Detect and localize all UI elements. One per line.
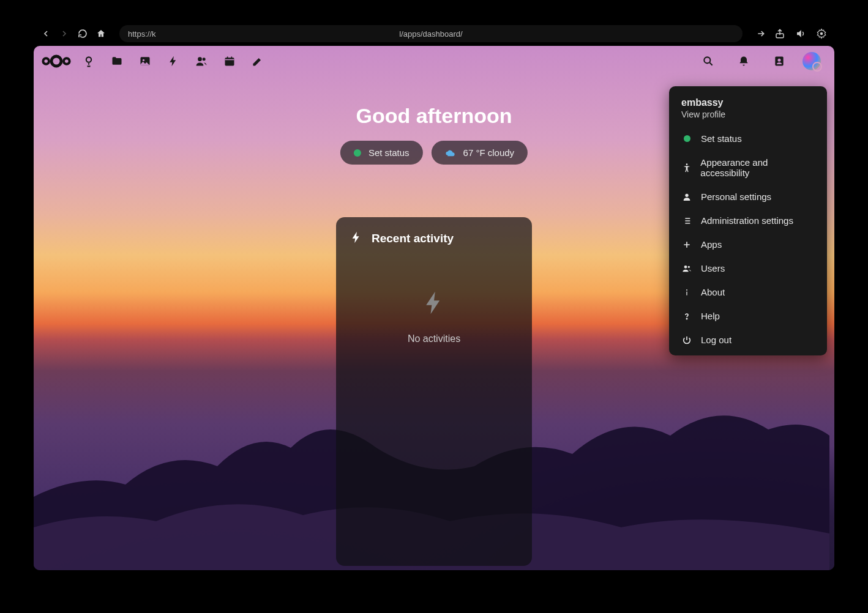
svg-point-4 (64, 58, 70, 64)
activity-app-icon[interactable] (161, 49, 185, 73)
greeting-text: Good afternoon (356, 104, 512, 128)
svg-point-8 (198, 57, 202, 61)
svg-point-18 (686, 289, 687, 291)
svg-point-15 (685, 193, 688, 196)
svg-point-2 (51, 56, 61, 66)
question-icon (681, 311, 692, 321)
menu-item-users[interactable]: Users (669, 256, 827, 280)
users-icon (681, 264, 692, 273)
widget-header: Recent activity (350, 231, 518, 247)
dashboard-app-icon[interactable] (77, 49, 101, 73)
reload-button[interactable] (78, 29, 88, 39)
weather-pill[interactable]: 67 °F cloudy (432, 141, 528, 165)
menu-label: Personal settings (701, 191, 771, 202)
menu-header[interactable]: embassy View profile (669, 92, 827, 127)
svg-point-13 (778, 59, 781, 62)
svg-point-17 (688, 266, 690, 267)
set-status-label: Set status (369, 147, 410, 158)
person-icon (681, 192, 692, 202)
weather-text: 67 °F cloudy (463, 147, 515, 158)
settings-icon[interactable] (816, 28, 827, 39)
svg-point-1 (820, 32, 823, 35)
svg-point-9 (203, 58, 206, 61)
menu-item-help[interactable]: Help (669, 304, 827, 328)
set-status-button[interactable]: Set status (340, 141, 423, 165)
status-row: Set status 67 °F cloudy (340, 141, 528, 165)
widget-empty-text: No activities (408, 333, 460, 344)
search-icon[interactable] (696, 49, 720, 73)
calendar-app-icon[interactable] (217, 49, 242, 73)
lightning-icon-large (421, 289, 447, 319)
nextcloud-logo[interactable] (41, 54, 72, 69)
notifications-icon[interactable] (731, 49, 756, 73)
menu-label: Set status (701, 133, 742, 144)
menu-label: Administration settings (701, 215, 793, 226)
svg-point-5 (86, 57, 91, 62)
lightning-icon (350, 231, 363, 247)
url-text-center: l/apps/dashboard/ (399, 29, 462, 39)
user-avatar[interactable] (803, 52, 821, 70)
url-bar[interactable]: https://k l/apps/dashboard/ (119, 25, 743, 42)
forward-button[interactable] (59, 29, 69, 39)
notes-app-icon[interactable] (245, 49, 270, 73)
menu-item-logout[interactable]: Log out (669, 328, 827, 352)
online-status-dot (684, 135, 690, 142)
menu-label: Apps (701, 239, 722, 250)
app-viewport: Good afternoon Set status 67 °F cloudy R… (34, 46, 834, 570)
svg-rect-10 (225, 58, 234, 65)
photos-app-icon[interactable] (133, 49, 157, 73)
widget-title: Recent activity (372, 232, 454, 245)
files-app-icon[interactable] (105, 49, 129, 73)
svg-point-7 (143, 59, 144, 61)
online-status-dot (354, 149, 361, 157)
menu-label: Log out (701, 335, 731, 345)
home-button[interactable] (96, 29, 106, 39)
info-icon (681, 288, 692, 297)
menu-label: Help (701, 311, 720, 321)
volume-icon[interactable] (795, 28, 806, 39)
browser-toolbar: https://k l/apps/dashboard/ (34, 21, 834, 46)
list-icon (681, 216, 692, 226)
menu-label: Appearance and accessibility (700, 157, 815, 178)
back-button[interactable] (41, 29, 51, 39)
menu-label: About (701, 287, 725, 297)
menu-item-about[interactable]: About (669, 280, 827, 304)
go-button[interactable] (756, 29, 766, 39)
svg-point-11 (704, 57, 710, 63)
contacts-menu-icon[interactable] (767, 49, 791, 73)
menu-item-appearance[interactable]: Appearance and accessibility (669, 150, 827, 185)
accessibility-icon (681, 163, 692, 173)
svg-point-20 (686, 318, 687, 319)
contacts-app-icon[interactable] (189, 49, 214, 73)
svg-point-14 (686, 163, 687, 165)
menu-item-apps[interactable]: Apps (669, 232, 827, 256)
url-text-left: https://k (128, 29, 156, 39)
share-icon[interactable] (774, 28, 785, 39)
svg-point-3 (43, 58, 49, 64)
greeting: Good afternoon (356, 104, 512, 128)
svg-rect-19 (686, 291, 687, 295)
activity-widget: Recent activity No activities (336, 217, 532, 566)
menu-username: embassy (681, 97, 815, 108)
user-menu: embassy View profile Set status Appearan… (669, 86, 827, 355)
menu-label: Users (701, 263, 725, 273)
menu-item-personal-settings[interactable]: Personal settings (669, 185, 827, 209)
browser-frame: https://k l/apps/dashboard/ (34, 21, 834, 570)
cloud-icon (445, 149, 456, 157)
menu-view-profile[interactable]: View profile (681, 110, 815, 119)
power-icon (681, 335, 692, 345)
plus-icon (681, 240, 692, 250)
menu-item-admin-settings[interactable]: Administration settings (669, 209, 827, 232)
app-header (34, 46, 834, 76)
svg-point-16 (684, 266, 687, 269)
menu-item-set-status[interactable]: Set status (669, 127, 827, 150)
app-nav (77, 49, 270, 73)
